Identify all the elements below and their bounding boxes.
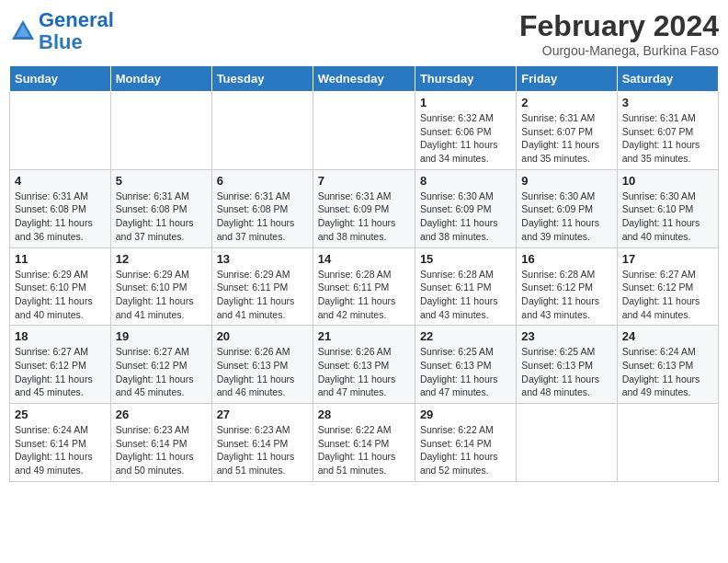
day-info: Sunrise: 6:31 AM Sunset: 6:09 PM Dayligh… bbox=[318, 190, 410, 244]
calendar-day-cell: 13Sunrise: 6:29 AM Sunset: 6:11 PM Dayli… bbox=[211, 247, 313, 326]
calendar-day-cell: 28Sunrise: 6:22 AM Sunset: 6:14 PM Dayli… bbox=[313, 404, 415, 482]
day-number: 14 bbox=[318, 252, 410, 266]
logo-icon bbox=[9, 17, 37, 45]
calendar-day-cell bbox=[517, 404, 617, 482]
day-info: Sunrise: 6:25 AM Sunset: 6:13 PM Dayligh… bbox=[521, 345, 611, 399]
calendar-day-cell bbox=[211, 92, 313, 170]
title-block: February 2024 Ourgou-Manega, Burkina Fas… bbox=[519, 9, 719, 58]
day-of-week-header: Friday bbox=[517, 66, 617, 92]
day-number: 1 bbox=[420, 96, 511, 109]
calendar-day-cell: 14Sunrise: 6:28 AM Sunset: 6:11 PM Dayli… bbox=[313, 247, 415, 326]
calendar-day-cell: 27Sunrise: 6:23 AM Sunset: 6:14 PM Dayli… bbox=[211, 404, 313, 482]
day-info: Sunrise: 6:30 AM Sunset: 6:10 PM Dayligh… bbox=[622, 190, 713, 244]
calendar-day-cell: 18Sunrise: 6:27 AM Sunset: 6:12 PM Dayli… bbox=[10, 326, 111, 404]
day-number: 3 bbox=[622, 96, 713, 109]
calendar-day-cell: 15Sunrise: 6:28 AM Sunset: 6:11 PM Dayli… bbox=[415, 247, 516, 326]
day-info: Sunrise: 6:31 AM Sunset: 6:07 PM Dayligh… bbox=[521, 111, 611, 166]
day-info: Sunrise: 6:23 AM Sunset: 6:14 PM Dayligh… bbox=[217, 423, 308, 477]
day-number: 17 bbox=[622, 252, 713, 266]
day-info: Sunrise: 6:25 AM Sunset: 6:13 PM Dayligh… bbox=[420, 345, 511, 399]
calendar-week-row: 18Sunrise: 6:27 AM Sunset: 6:12 PM Dayli… bbox=[10, 326, 719, 404]
day-info: Sunrise: 6:27 AM Sunset: 6:12 PM Dayligh… bbox=[15, 345, 106, 399]
day-of-week-header: Monday bbox=[110, 66, 211, 92]
day-number: 22 bbox=[420, 329, 511, 343]
day-number: 28 bbox=[318, 408, 410, 421]
calendar-day-cell: 9Sunrise: 6:30 AM Sunset: 6:09 PM Daylig… bbox=[517, 169, 617, 247]
calendar-day-cell: 11Sunrise: 6:29 AM Sunset: 6:10 PM Dayli… bbox=[10, 247, 111, 326]
day-info: Sunrise: 6:26 AM Sunset: 6:13 PM Dayligh… bbox=[217, 345, 308, 399]
day-info: Sunrise: 6:23 AM Sunset: 6:14 PM Dayligh… bbox=[116, 423, 207, 477]
calendar-day-cell: 7Sunrise: 6:31 AM Sunset: 6:09 PM Daylig… bbox=[313, 169, 415, 247]
calendar-day-cell: 26Sunrise: 6:23 AM Sunset: 6:14 PM Dayli… bbox=[110, 404, 211, 482]
day-info: Sunrise: 6:29 AM Sunset: 6:10 PM Dayligh… bbox=[15, 268, 106, 322]
calendar-day-cell: 5Sunrise: 6:31 AM Sunset: 6:08 PM Daylig… bbox=[110, 169, 211, 247]
day-of-week-header: Saturday bbox=[617, 66, 718, 92]
day-of-week-header: Sunday bbox=[10, 66, 111, 92]
day-number: 23 bbox=[521, 329, 611, 343]
calendar-week-row: 1Sunrise: 6:32 AM Sunset: 6:06 PM Daylig… bbox=[10, 92, 719, 170]
day-number: 2 bbox=[521, 96, 611, 109]
day-number: 29 bbox=[420, 408, 511, 421]
day-of-week-header: Wednesday bbox=[313, 66, 415, 92]
day-number: 25 bbox=[15, 408, 106, 421]
day-info: Sunrise: 6:24 AM Sunset: 6:14 PM Dayligh… bbox=[15, 423, 106, 477]
logo: General Blue bbox=[9, 9, 114, 53]
calendar-header-row: SundayMondayTuesdayWednesdayThursdayFrid… bbox=[10, 66, 719, 92]
day-info: Sunrise: 6:31 AM Sunset: 6:08 PM Dayligh… bbox=[217, 190, 308, 244]
calendar-day-cell bbox=[10, 92, 111, 170]
day-number: 4 bbox=[15, 174, 106, 188]
day-info: Sunrise: 6:31 AM Sunset: 6:08 PM Dayligh… bbox=[15, 190, 106, 244]
day-number: 18 bbox=[15, 329, 106, 343]
day-number: 12 bbox=[116, 252, 207, 266]
day-number: 26 bbox=[116, 408, 207, 421]
day-info: Sunrise: 6:30 AM Sunset: 6:09 PM Dayligh… bbox=[521, 190, 611, 244]
day-number: 13 bbox=[217, 252, 308, 266]
day-number: 5 bbox=[116, 174, 207, 188]
calendar-day-cell: 25Sunrise: 6:24 AM Sunset: 6:14 PM Dayli… bbox=[10, 404, 111, 482]
day-number: 24 bbox=[622, 329, 713, 343]
calendar-day-cell: 8Sunrise: 6:30 AM Sunset: 6:09 PM Daylig… bbox=[415, 169, 516, 247]
day-of-week-header: Tuesday bbox=[211, 66, 313, 92]
calendar-week-row: 11Sunrise: 6:29 AM Sunset: 6:10 PM Dayli… bbox=[10, 247, 719, 326]
day-info: Sunrise: 6:22 AM Sunset: 6:14 PM Dayligh… bbox=[318, 423, 410, 477]
day-number: 10 bbox=[622, 174, 713, 188]
page-header: General Blue February 2024 Ourgou-Manega… bbox=[9, 9, 719, 58]
logo-line2: Blue bbox=[39, 30, 83, 53]
calendar-week-row: 25Sunrise: 6:24 AM Sunset: 6:14 PM Dayli… bbox=[10, 404, 719, 482]
day-number: 6 bbox=[217, 174, 308, 188]
day-info: Sunrise: 6:24 AM Sunset: 6:13 PM Dayligh… bbox=[622, 345, 713, 399]
calendar-day-cell bbox=[617, 404, 718, 482]
calendar-week-row: 4Sunrise: 6:31 AM Sunset: 6:08 PM Daylig… bbox=[10, 169, 719, 247]
calendar-day-cell bbox=[110, 92, 211, 170]
day-info: Sunrise: 6:27 AM Sunset: 6:12 PM Dayligh… bbox=[116, 345, 207, 399]
day-number: 21 bbox=[318, 329, 410, 343]
month-title: February 2024 bbox=[519, 9, 719, 43]
calendar-day-cell: 21Sunrise: 6:26 AM Sunset: 6:13 PM Dayli… bbox=[313, 326, 415, 404]
day-info: Sunrise: 6:30 AM Sunset: 6:09 PM Dayligh… bbox=[420, 190, 511, 244]
calendar-day-cell: 16Sunrise: 6:28 AM Sunset: 6:12 PM Dayli… bbox=[517, 247, 617, 326]
calendar-day-cell: 29Sunrise: 6:22 AM Sunset: 6:14 PM Dayli… bbox=[415, 404, 516, 482]
day-info: Sunrise: 6:29 AM Sunset: 6:11 PM Dayligh… bbox=[217, 268, 308, 322]
location: Ourgou-Manega, Burkina Faso bbox=[519, 43, 719, 58]
calendar-day-cell: 2Sunrise: 6:31 AM Sunset: 6:07 PM Daylig… bbox=[517, 92, 617, 170]
calendar-table: SundayMondayTuesdayWednesdayThursdayFrid… bbox=[9, 65, 719, 482]
day-info: Sunrise: 6:31 AM Sunset: 6:07 PM Dayligh… bbox=[622, 111, 713, 166]
day-info: Sunrise: 6:28 AM Sunset: 6:11 PM Dayligh… bbox=[318, 268, 410, 322]
calendar-day-cell: 20Sunrise: 6:26 AM Sunset: 6:13 PM Dayli… bbox=[211, 326, 313, 404]
calendar-day-cell: 3Sunrise: 6:31 AM Sunset: 6:07 PM Daylig… bbox=[617, 92, 718, 170]
day-info: Sunrise: 6:22 AM Sunset: 6:14 PM Dayligh… bbox=[420, 423, 511, 477]
day-number: 19 bbox=[116, 329, 207, 343]
logo-line1: General bbox=[39, 8, 114, 31]
day-number: 7 bbox=[318, 174, 410, 188]
logo-text: General Blue bbox=[39, 9, 114, 53]
day-info: Sunrise: 6:27 AM Sunset: 6:12 PM Dayligh… bbox=[622, 268, 713, 322]
calendar-day-cell bbox=[313, 92, 415, 170]
calendar-day-cell: 6Sunrise: 6:31 AM Sunset: 6:08 PM Daylig… bbox=[211, 169, 313, 247]
day-number: 15 bbox=[420, 252, 511, 266]
calendar-day-cell: 23Sunrise: 6:25 AM Sunset: 6:13 PM Dayli… bbox=[517, 326, 617, 404]
calendar-day-cell: 1Sunrise: 6:32 AM Sunset: 6:06 PM Daylig… bbox=[415, 92, 516, 170]
day-number: 9 bbox=[521, 174, 611, 188]
day-of-week-header: Thursday bbox=[415, 66, 516, 92]
day-number: 8 bbox=[420, 174, 511, 188]
calendar-day-cell: 4Sunrise: 6:31 AM Sunset: 6:08 PM Daylig… bbox=[10, 169, 111, 247]
